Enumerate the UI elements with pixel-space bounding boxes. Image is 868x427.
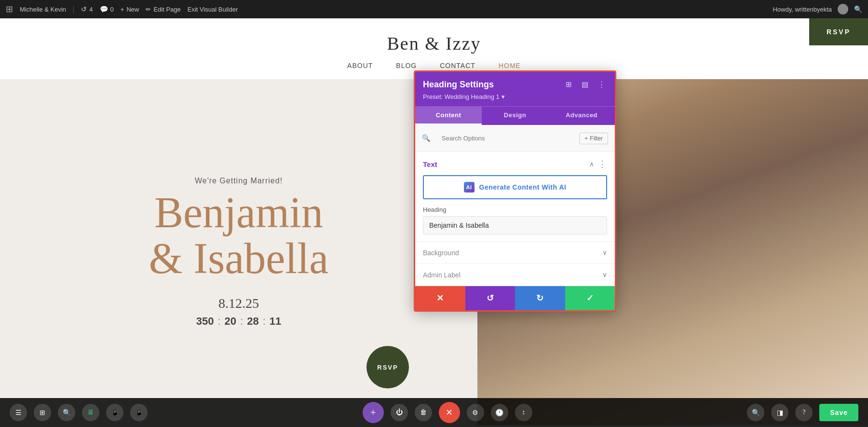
toolbar-add-icon[interactable]: + xyxy=(363,402,384,423)
cancel-button[interactable]: ✕ xyxy=(415,286,465,310)
section-controls: ∧ ⋮ xyxy=(589,159,607,169)
panel-tabs: Content Design Advanced xyxy=(415,106,615,125)
heading-input[interactable] xyxy=(423,216,607,234)
save-button[interactable]: Save xyxy=(819,404,858,421)
user-avatar[interactable] xyxy=(838,4,848,14)
filter-icon: + xyxy=(584,135,588,142)
tab-design[interactable]: Design xyxy=(482,107,548,125)
filter-button[interactable]: + Filter xyxy=(579,133,608,144)
toolbar-layers-icon[interactable]: ◨ xyxy=(771,404,788,421)
nav-contact[interactable]: Contact xyxy=(440,62,475,69)
search-options-input[interactable] xyxy=(435,130,574,147)
expand-icon[interactable]: ⊞ xyxy=(563,79,574,90)
revisions-icon: ↺ xyxy=(81,5,87,13)
toolbar-power-icon[interactable]: ⏻ xyxy=(391,404,408,421)
floating-rsvp-button[interactable]: RSVP xyxy=(366,346,409,388)
toolbar-help-icon[interactable]: ? xyxy=(795,404,813,421)
toolbar-time-icon[interactable]: 🕐 xyxy=(491,404,508,421)
site-title: Ben & Izzy xyxy=(10,33,858,54)
toolbar-menu-icon[interactable]: ☰ xyxy=(10,404,27,421)
countdown: 350 : 20 : 28 : 11 xyxy=(196,315,282,328)
countdown-hours: 20 xyxy=(225,315,236,328)
nav-blog[interactable]: Blog xyxy=(396,62,417,69)
section-more-icon[interactable]: ⋮ xyxy=(598,159,607,169)
wp-logo-icon[interactable]: ⊞ xyxy=(6,4,13,14)
ai-icon: AI xyxy=(464,182,475,193)
confirm-button[interactable]: ✓ xyxy=(565,286,615,310)
hero-subtitle: We're Getting Married! xyxy=(195,177,283,185)
toolbar-delete-icon[interactable]: 🗑 xyxy=(415,404,432,421)
toolbar-desktop-icon[interactable]: 🖥 xyxy=(82,404,99,421)
panel-preset[interactable]: Preset: Wedding Heading 1 ▾ xyxy=(423,93,607,100)
nav-home[interactable]: Home xyxy=(499,62,521,69)
undo-icon: ↺ xyxy=(487,293,494,303)
admin-label-section[interactable]: Admin Label ∨ xyxy=(415,264,615,286)
background-label: Background xyxy=(423,249,459,257)
exit-builder-item[interactable]: Exit Visual Builder xyxy=(188,6,238,13)
admin-bar: ⊞ Michelle & Kevin | ↺ 4 💬 0 + New ✏ Edi… xyxy=(0,0,868,18)
section-title-text: Text xyxy=(423,160,437,168)
bottom-toolbar: ☰ ⊞ 🔍 🖥 📱 📱 + ⏻ 🗑 ✕ ⚙ 🕐 ↕ 🔍 ◨ ? Save xyxy=(0,398,868,427)
site-name[interactable]: Michelle & Kevin xyxy=(20,6,66,13)
more-options-icon[interactable]: ⋮ xyxy=(596,79,607,90)
toolbar-tablet-icon[interactable]: 📱 xyxy=(106,404,123,421)
undo-button[interactable]: ↺ xyxy=(465,286,515,310)
toolbar-settings-icon[interactable]: ⚙ xyxy=(467,404,484,421)
sidebar-icon[interactable]: ▤ xyxy=(579,79,591,90)
hero-names: Benjamin & Isabella xyxy=(149,190,328,281)
panel-body: 🔍 + Filter Text ∧ ⋮ xyxy=(415,125,615,286)
plus-icon: + xyxy=(121,6,124,13)
toolbar-layout-icon[interactable]: ↕ xyxy=(515,404,532,421)
background-section[interactable]: Background ∨ xyxy=(415,242,615,264)
tab-advanced[interactable]: Advanced xyxy=(548,107,615,125)
nav-about[interactable]: About xyxy=(347,62,373,69)
rsvp-corner-button[interactable]: RSVP xyxy=(809,18,868,45)
toolbar-left: ☰ ⊞ 🔍 🖥 📱 📱 xyxy=(10,404,148,421)
panel-title: Heading Settings xyxy=(423,80,494,90)
countdown-days: 350 xyxy=(196,315,214,328)
cancel-icon: ✕ xyxy=(436,293,444,303)
toolbar-grid-icon[interactable]: ⊞ xyxy=(34,404,51,421)
text-section: Text ∧ ⋮ AI Generate Content With AI Hea… xyxy=(415,152,615,242)
site-nav: About Blog Contact Home xyxy=(10,62,858,69)
revisions-item[interactable]: ↺ 4 xyxy=(81,5,93,13)
heading-field-label: Heading xyxy=(423,206,607,213)
background-chevron-icon: ∨ xyxy=(602,248,607,257)
tab-content[interactable]: Content xyxy=(415,107,482,125)
toolbar-close-icon[interactable]: ✕ xyxy=(439,402,460,423)
heading-settings-panel: Heading Settings ⊞ ▤ ⋮ Preset: Wedding H… xyxy=(414,70,616,312)
search-icon: 🔍 xyxy=(422,134,430,142)
panel-header: Heading Settings ⊞ ▤ ⋮ Preset: Wedding H… xyxy=(415,72,615,106)
page-wrapper: Ben & Izzy About Blog Contact Home RSVP … xyxy=(0,18,868,427)
redo-icon: ↻ xyxy=(536,293,543,303)
generate-ai-button[interactable]: AI Generate Content With AI xyxy=(423,175,607,199)
admin-label-label: Admin Label xyxy=(423,271,461,279)
admin-label-chevron-icon: ∨ xyxy=(602,271,607,279)
panel-search-row: 🔍 + Filter xyxy=(415,125,615,152)
panel-header-icons: ⊞ ▤ ⋮ xyxy=(563,79,607,90)
hero-date: 8.12.25 xyxy=(218,296,259,311)
toolbar-search-icon[interactable]: 🔍 xyxy=(58,404,75,421)
section-header-text: Text ∧ ⋮ xyxy=(423,159,607,169)
toolbar-mobile-icon[interactable]: 📱 xyxy=(130,404,148,421)
comments-icon: 💬 xyxy=(100,5,108,13)
redo-button[interactable]: ↻ xyxy=(515,286,565,310)
panel-footer: ✕ ↺ ↻ ✓ xyxy=(415,286,615,310)
section-collapse-icon[interactable]: ∧ xyxy=(589,160,594,168)
howdy-text: Howdy, writtenbyekta xyxy=(773,6,832,13)
pencil-icon: ✏ xyxy=(146,6,151,13)
confirm-icon: ✓ xyxy=(586,293,594,303)
new-item[interactable]: + New xyxy=(121,6,139,13)
toolbar-search2-icon[interactable]: 🔍 xyxy=(747,404,764,421)
edit-page-item[interactable]: ✏ Edit Page xyxy=(146,6,180,13)
countdown-seconds: 11 xyxy=(270,315,281,328)
comments-item[interactable]: 💬 0 xyxy=(100,5,114,13)
countdown-minutes: 28 xyxy=(247,315,258,328)
admin-search-icon[interactable]: 🔍 xyxy=(854,5,862,14)
toolbar-center: + ⏻ 🗑 ✕ ⚙ 🕐 ↕ xyxy=(363,402,532,423)
toolbar-right: 🔍 ◨ ? Save xyxy=(747,404,858,421)
